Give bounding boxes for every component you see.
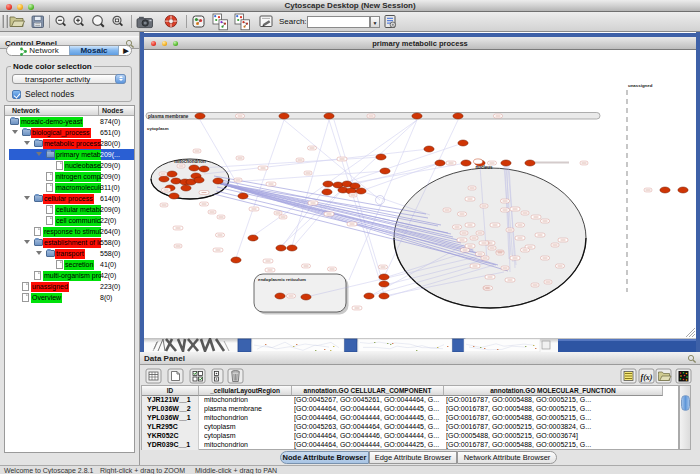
svg-text:unassigned: unassigned [628, 83, 653, 88]
svg-text:mitochondrion: mitochondrion [174, 159, 206, 164]
svg-text:endoplasmic reticulum: endoplasmic reticulum [258, 277, 306, 282]
svg-text:cytoplasm: cytoplasm [147, 126, 169, 131]
svg-text:plasma membrane: plasma membrane [148, 114, 189, 119]
svg-text:f(x): f(x) [641, 373, 653, 382]
